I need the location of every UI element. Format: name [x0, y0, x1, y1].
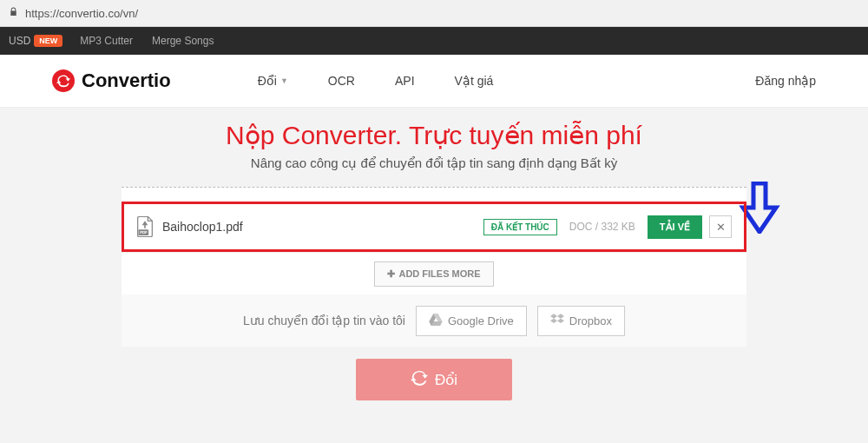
lock-icon [9, 6, 18, 20]
google-drive-icon [429, 314, 443, 328]
currency-label[interactable]: USD [9, 35, 30, 47]
browser-address-bar: https://convertio.co/vn/ [0, 0, 868, 27]
svg-text:PDF: PDF [140, 230, 148, 235]
save-label: Lưu chuyển đổi tập tin vào tôi [243, 314, 405, 327]
plus-icon: ✚ [387, 268, 395, 280]
new-badge: NEW [34, 35, 62, 47]
add-files-button[interactable]: ✚ ADD FILES MORE [374, 261, 493, 287]
add-files-row: ✚ ADD FILES MORE [122, 252, 746, 294]
dashed-divider [122, 187, 746, 202]
nav-convert[interactable]: Đổi ▼ [258, 74, 288, 88]
convert-button[interactable]: Đổi [356, 359, 512, 400]
close-icon: ✕ [716, 221, 726, 234]
google-drive-button[interactable]: Google Drive [416, 306, 527, 336]
status-badge: ĐÃ KẾT THÚC [483, 219, 557, 235]
save-destination-row: Lưu chuyển đổi tập tin vào tôi Google Dr… [122, 294, 746, 347]
convert-icon [411, 369, 428, 391]
conversion-panel: PDF Baihoclop1.pdf ĐÃ KẾT THÚC DOC / 332… [122, 187, 746, 347]
file-name: Baihoclop1.pdf [162, 220, 243, 234]
pdf-file-icon: PDF [136, 216, 154, 237]
page-subtitle: Nâng cao công cụ để chuyển đổi tập tin s… [0, 155, 868, 171]
file-row: PDF Baihoclop1.pdf ĐÃ KẾT THÚC DOC / 332… [122, 202, 746, 252]
main-navbar: Convertio Đổi ▼ OCR API Vật giá Đăng nhậ… [0, 55, 868, 108]
nav-pricing[interactable]: Vật giá [455, 74, 494, 88]
dropbox-button[interactable]: Dropbox [537, 306, 625, 336]
merge-songs-link[interactable]: Merge Songs [152, 35, 214, 47]
brand-logo[interactable]: Convertio [52, 69, 171, 92]
login-link[interactable]: Đăng nhập [755, 74, 816, 88]
download-button[interactable]: TẢI VỀ [648, 215, 702, 239]
main-content: Nộp Converter. Trực tuyến miễn phí Nâng … [0, 108, 868, 443]
nav-ocr[interactable]: OCR [328, 74, 355, 88]
convertio-logo-icon [52, 69, 75, 92]
address-url[interactable]: https://convertio.co/vn/ [25, 7, 859, 20]
chevron-down-icon: ▼ [280, 76, 288, 85]
dropbox-icon [550, 314, 564, 328]
file-meta: DOC / 332 KB [569, 221, 635, 233]
nav-api[interactable]: API [395, 74, 415, 88]
mp3-cutter-link[interactable]: MP3 Cutter [80, 35, 133, 47]
top-utility-bar: USD NEW MP3 Cutter Merge Songs [0, 27, 868, 55]
page-title: Nộp Converter. Trực tuyến miễn phí [0, 120, 868, 150]
brand-name: Convertio [82, 69, 171, 92]
remove-file-button[interactable]: ✕ [709, 215, 732, 238]
